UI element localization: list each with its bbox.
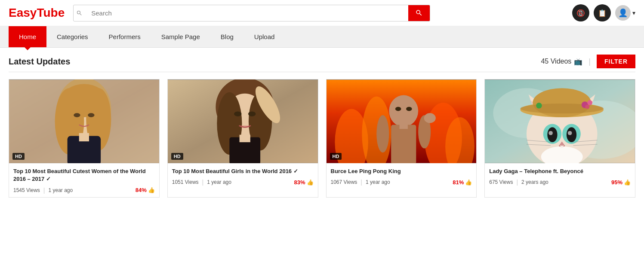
- rating: 84%👍: [136, 187, 155, 193]
- hd-badge: HD: [330, 153, 342, 160]
- clipboard-icon-button[interactable]: 📋: [594, 4, 611, 21]
- user-menu[interactable]: 👤 ▾: [615, 5, 635, 21]
- video-age: 2 years ago: [521, 179, 548, 185]
- thumbnail-wrapper: HD: [327, 79, 477, 163]
- main-content: Latest Updates 45 Videos 📺 | FILTER: [0, 48, 644, 204]
- thumbnail-wrapper: HD: [168, 79, 318, 163]
- video-meta: 1067 Views | 1 year ago 81%👍: [331, 179, 472, 186]
- svg-point-51: [548, 127, 558, 142]
- search-button[interactable]: [408, 5, 430, 21]
- thumbnail: [9, 79, 159, 163]
- video-age: 1 year ago: [366, 179, 390, 185]
- view-count: 675 Views: [489, 179, 513, 185]
- clipboard-icon: 📋: [598, 9, 607, 17]
- svg-rect-18: [239, 135, 250, 142]
- svg-rect-28: [399, 122, 407, 129]
- video-info: Top 10 Most Beautiful Girls in the World…: [168, 163, 318, 189]
- meta-separator: |: [43, 187, 45, 194]
- svg-point-31: [376, 115, 389, 152]
- svg-point-54: [568, 131, 572, 135]
- phone-icon: 📵: [576, 9, 585, 17]
- svg-point-19: [234, 111, 241, 116]
- video-meta: 1545 Views | 1 year ago 84%👍: [13, 187, 155, 194]
- video-count: 45 Videos 📺: [541, 58, 582, 66]
- view-count: 1545 Views: [13, 187, 40, 193]
- svg-point-44: [521, 104, 604, 113]
- rating: 81%👍: [453, 179, 472, 186]
- thumbs-up-icon: 👍: [624, 179, 631, 186]
- search-input[interactable]: [85, 5, 408, 21]
- search-prefix-icon: [74, 5, 85, 21]
- header: EasyTube 📵 📋 👤 ▾: [0, 0, 644, 26]
- video-title: Top 10 Most Beautiful Cutest Women of th…: [13, 168, 155, 183]
- rating: 95%👍: [611, 179, 631, 186]
- meta-separator: |: [516, 179, 518, 186]
- phone-icon-button[interactable]: 📵: [572, 4, 589, 21]
- chevron-down-icon: ▾: [632, 9, 635, 16]
- header-icons: 📵 📋 👤 ▾: [572, 4, 635, 21]
- thumbs-up-icon: 👍: [465, 179, 472, 186]
- thumbnail-wrapper: [485, 79, 635, 163]
- nav-item-performers[interactable]: Performers: [99, 26, 151, 47]
- tv-icon: 📺: [574, 58, 582, 66]
- nav-item-blog[interactable]: Blog: [210, 26, 244, 47]
- video-card-3[interactable]: HD Burce Lee Ping Pong King 1067 Views |…: [326, 79, 477, 198]
- svg-point-33: [424, 113, 435, 123]
- video-info: Top 10 Most Beautiful Cutest Women of th…: [9, 163, 159, 197]
- thumbnail: [168, 79, 318, 163]
- divider: |: [589, 57, 591, 66]
- svg-point-30: [406, 107, 412, 111]
- filter-button[interactable]: FILTER: [597, 55, 635, 68]
- video-grid: HD Top 10 Most Beautiful Cutest Women of…: [9, 79, 635, 198]
- video-card-2[interactable]: HD Top 10 Most Beautiful Girls in the Wo…: [167, 79, 318, 198]
- video-age: 1 year ago: [207, 179, 231, 185]
- video-count-label: 45 Videos: [541, 58, 571, 65]
- svg-rect-27: [391, 125, 416, 163]
- svg-point-29: [395, 107, 401, 111]
- meta-separator: |: [361, 179, 362, 186]
- video-meta: 675 Views | 2 years ago 95%👍: [489, 179, 631, 186]
- view-count: 1051 Views: [172, 179, 199, 185]
- video-age: 1 year ago: [48, 187, 73, 193]
- svg-point-47: [585, 105, 590, 109]
- svg-point-48: [536, 103, 542, 109]
- svg-point-46: [588, 100, 593, 105]
- logo-black: Easy: [9, 6, 37, 19]
- nav-item-categories[interactable]: Categories: [46, 26, 99, 47]
- video-card-4[interactable]: Lady Gaga – Telephone ft. Beyoncé 675 Vi…: [484, 79, 635, 198]
- svg-point-20: [248, 111, 256, 116]
- hd-badge: HD: [171, 153, 183, 160]
- section-title: Latest Updates: [9, 57, 70, 67]
- video-info: Burce Lee Ping Pong King 1067 Views | 1 …: [327, 163, 477, 189]
- svg-point-9: [74, 113, 80, 117]
- video-info: Lady Gaga – Telephone ft. Beyoncé 675 Vi…: [485, 163, 635, 189]
- thumbs-up-icon: 👍: [148, 187, 155, 193]
- svg-rect-8: [79, 133, 89, 141]
- video-meta: 1051 Views | 1 year ago 83%👍: [172, 179, 314, 186]
- nav-item-upload[interactable]: Upload: [244, 26, 285, 47]
- view-count: 1067 Views: [331, 179, 357, 185]
- nav-item-home[interactable]: Home: [9, 26, 46, 47]
- search-container: [73, 5, 430, 21]
- video-title: Top 10 Most Beautiful Girls in the World…: [172, 168, 314, 175]
- user-icon: 👤: [618, 8, 628, 18]
- svg-point-10: [88, 113, 95, 117]
- nav-item-sample-page[interactable]: Sample Page: [151, 26, 210, 47]
- thumbnail: [485, 79, 635, 163]
- video-title: Lady Gaga – Telephone ft. Beyoncé: [489, 168, 631, 175]
- thumbs-up-icon: 👍: [307, 179, 314, 186]
- meta-separator: |: [202, 179, 204, 186]
- video-title: Burce Lee Ping Pong King: [331, 168, 472, 175]
- video-card-1[interactable]: HD Top 10 Most Beautiful Cutest Women of…: [9, 79, 160, 198]
- hd-badge: HD: [12, 153, 25, 160]
- latest-updates-header: Latest Updates 45 Videos 📺 | FILTER: [9, 55, 635, 72]
- main-nav: Home Categories Performers Sample Page B…: [0, 26, 644, 48]
- latest-right: 45 Videos 📺 | FILTER: [541, 55, 635, 68]
- svg-point-53: [548, 131, 553, 135]
- thumbnail-wrapper: HD: [9, 79, 159, 163]
- logo[interactable]: EasyTube: [9, 6, 65, 20]
- rating: 83%👍: [294, 179, 313, 186]
- avatar: 👤: [615, 5, 631, 21]
- svg-point-52: [567, 127, 576, 142]
- logo-red: Tube: [37, 6, 65, 19]
